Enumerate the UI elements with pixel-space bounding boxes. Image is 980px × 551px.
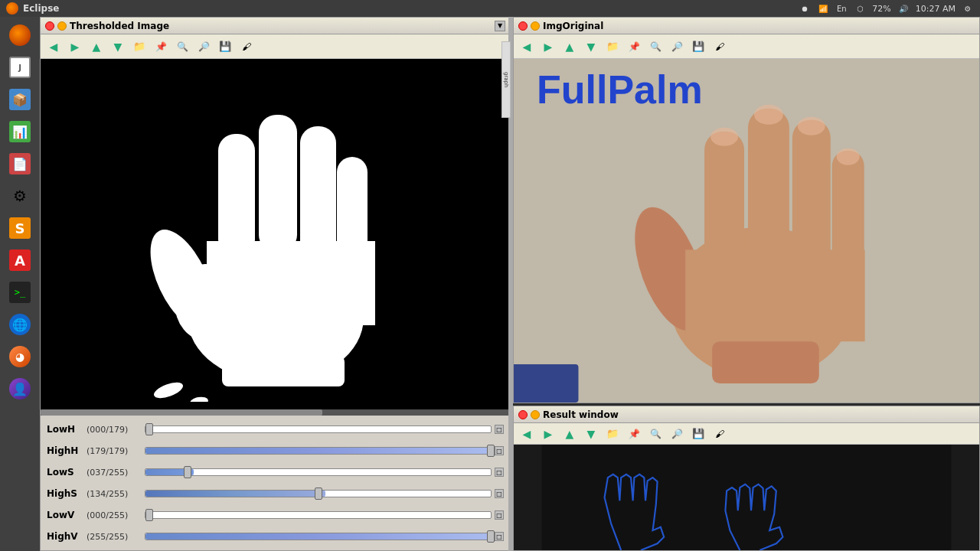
res-zoomin-btn[interactable] xyxy=(667,424,687,444)
sidebar-icon-terminal[interactable]: >_ xyxy=(5,277,35,308)
slider-end-highh[interactable]: □ xyxy=(495,446,504,455)
threshold-toolbar xyxy=(41,34,510,59)
threshold-dropdown-btn[interactable]: ▼ xyxy=(495,21,505,31)
sidebar-icon-document[interactable]: 📄 xyxy=(5,148,35,179)
orig-brush-btn[interactable] xyxy=(710,37,730,57)
slider-row-lowh: LowH (000/179) □ xyxy=(47,419,504,440)
search-icon xyxy=(177,41,188,52)
svg-rect-20 xyxy=(712,341,819,383)
orig-folder-btn[interactable] xyxy=(603,37,622,57)
orig-arrow-right-icon xyxy=(544,41,553,53)
orig-save-btn[interactable] xyxy=(688,37,708,57)
res-up-btn[interactable] xyxy=(560,424,580,444)
res-save-btn[interactable] xyxy=(688,424,708,444)
toolbar-down-btn[interactable] xyxy=(108,37,128,57)
eclipse-app-icon[interactable] xyxy=(6,2,18,15)
svg-rect-26 xyxy=(542,445,952,550)
result-close-btn[interactable] xyxy=(518,410,528,419)
slider-value-lowh: (000/179) xyxy=(87,425,142,435)
threshold-min-btn[interactable] xyxy=(57,21,67,31)
result-min-btn[interactable] xyxy=(531,410,540,419)
res-search-btn[interactable] xyxy=(645,424,665,444)
record-icon: ⏺ xyxy=(799,2,811,15)
sidebar-icon-texteditor[interactable]: S xyxy=(5,213,35,243)
slider-row-lowv: LowV (000/255) □ xyxy=(47,504,504,526)
sidebar-icon-browser[interactable]: 🌐 xyxy=(5,309,35,340)
taskbar-right: ⏺ 📶 En ⬡ 72% 🔊 10:27 AM ⚙ xyxy=(799,2,974,15)
orig-search-btn[interactable] xyxy=(645,37,665,57)
res-forward-btn[interactable] xyxy=(538,424,558,444)
slider-label-highs: HighS xyxy=(47,488,83,499)
orig-zoomin-btn[interactable] xyxy=(667,37,687,57)
sidebar-icon-settings[interactable]: ⚙ xyxy=(5,181,35,211)
toolbar-brush-btn[interactable] xyxy=(237,37,256,57)
slider-track-highh[interactable] xyxy=(145,447,492,455)
sidebar-icon-a[interactable]: A xyxy=(5,245,35,276)
orig-bookmark-btn[interactable] xyxy=(624,37,644,57)
res-brush-btn[interactable] xyxy=(710,424,730,444)
eclipse-label: Eclipse xyxy=(23,3,59,14)
orig-search-icon xyxy=(650,41,662,52)
main-area: Thresholded Image ▼ xyxy=(40,17,980,551)
slider-row-lows: LowS (037/255) □ xyxy=(47,461,504,483)
res-down-btn[interactable] xyxy=(581,424,601,444)
svg-rect-25 xyxy=(514,364,578,403)
settings-sys-icon: ⚙ xyxy=(962,2,974,15)
toolbar-zoomin-btn[interactable] xyxy=(194,37,214,57)
slider-label-highh: HighH xyxy=(47,445,83,456)
slider-label-lowv: LowV xyxy=(47,510,83,520)
sidebar-icon-user[interactable]: 👤 xyxy=(5,373,35,404)
sidebar-icon-eclipse[interactable] xyxy=(5,20,35,51)
slider-value-lowv: (000/255) xyxy=(87,510,142,520)
res-arrow-right-icon xyxy=(544,428,553,440)
orig-forward-btn[interactable] xyxy=(538,37,558,57)
toolbar-folder-btn[interactable] xyxy=(129,37,149,57)
orig-down-btn[interactable] xyxy=(581,37,601,57)
toolbar-search-btn[interactable] xyxy=(172,37,192,57)
slider-track-lowv[interactable] xyxy=(145,511,492,519)
original-image-area: FullPalm xyxy=(514,59,979,403)
res-folder-btn[interactable] xyxy=(603,424,622,444)
threshold-titlebar: Thresholded Image ▼ xyxy=(41,18,510,34)
slider-row-highv: HighV (255/255) □ xyxy=(47,526,504,547)
svg-point-10 xyxy=(189,396,209,402)
threshold-close-btn[interactable] xyxy=(45,21,54,31)
slider-end-lowv[interactable]: □ xyxy=(495,510,504,520)
orig-arrow-left-icon xyxy=(523,41,531,53)
orig-bookmark-icon xyxy=(629,41,640,52)
slider-track-highs[interactable] xyxy=(145,490,492,497)
sidebar-icon-java[interactable]: J xyxy=(5,52,35,83)
orig-up-btn[interactable] xyxy=(560,37,580,57)
slider-end-highv[interactable]: □ xyxy=(495,532,504,541)
slider-end-lowh[interactable]: □ xyxy=(495,425,504,434)
res-arrow-left-icon xyxy=(523,428,531,440)
orig-back-btn[interactable] xyxy=(517,37,537,57)
res-arrow-down-icon xyxy=(587,428,596,440)
h-scrollbar[interactable] xyxy=(41,409,510,416)
toolbar-bookmark-btn[interactable] xyxy=(151,37,171,57)
slider-track-highv[interactable] xyxy=(145,533,492,540)
res-bookmark-btn[interactable] xyxy=(624,424,644,444)
svg-rect-19 xyxy=(685,249,864,341)
svg-point-22 xyxy=(754,105,783,125)
toolbar-save-btn[interactable] xyxy=(215,37,235,57)
original-close-btn[interactable] xyxy=(518,21,528,31)
toolbar-up-btn[interactable] xyxy=(87,37,106,57)
sidebar-icon-package[interactable]: 📦 xyxy=(5,84,35,115)
sidebar-icon-orange[interactable]: ◕ xyxy=(5,341,35,372)
wifi-icon: 📶 xyxy=(817,2,829,15)
hand-svg xyxy=(122,73,429,402)
sidebar-icon-spreadsheet[interactable]: 📊 xyxy=(5,116,35,147)
toolbar-back-btn[interactable] xyxy=(44,37,64,57)
orig-zoom-in-icon xyxy=(671,41,683,52)
slider-track-lowh[interactable] xyxy=(145,425,492,433)
toolbar-forward-btn[interactable] xyxy=(65,37,85,57)
slider-end-highs[interactable]: □ xyxy=(495,489,504,498)
original-min-btn[interactable] xyxy=(531,21,540,31)
slider-track-lows[interactable] xyxy=(145,468,492,476)
res-back-btn[interactable] xyxy=(517,424,537,444)
slider-end-lows[interactable]: □ xyxy=(495,468,504,477)
svg-rect-2 xyxy=(218,134,255,256)
orig-arrow-down-icon xyxy=(587,41,596,53)
svg-point-21 xyxy=(710,128,738,146)
